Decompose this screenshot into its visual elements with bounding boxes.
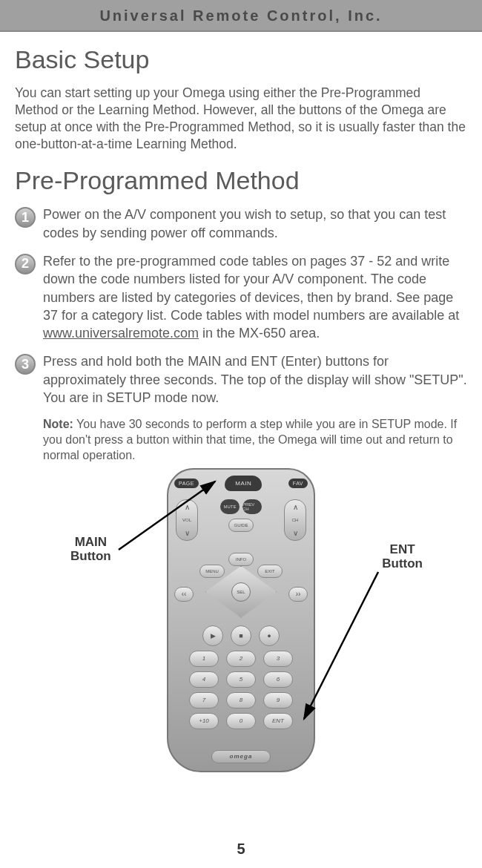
keypad-7: 7	[189, 692, 219, 708]
keypad-ent: ENT	[263, 713, 293, 729]
keypad-6: 6	[263, 671, 293, 688]
step-2-text-b: in the MX-650 area.	[199, 326, 320, 341]
step-number-badge: 1	[15, 207, 36, 228]
keypad-9: 9	[263, 692, 293, 708]
page-number: 5	[0, 841, 482, 858]
prevch-button: PREV CH	[242, 499, 262, 514]
keypad-4: 4	[189, 671, 219, 688]
step-1: 1 Power on the A/V component you wish to…	[15, 206, 467, 242]
svg-line-1	[304, 572, 378, 719]
step-number-badge: 3	[15, 354, 36, 375]
step-2-text: Refer to the pre-programmed code tables …	[43, 252, 467, 342]
transport-button: ▶	[202, 625, 223, 646]
step-number-badge: 2	[15, 254, 36, 274]
step-3-text: Press and hold both the MAIN and ENT (En…	[43, 352, 467, 407]
heading-basic-setup: Basic Setup	[15, 45, 467, 74]
step-2: 2 Refer to the pre-programmed code table…	[15, 252, 467, 342]
ch-rocker: ∧CH∨	[284, 499, 306, 541]
transport-button: ■	[231, 625, 251, 646]
company-header: Universal Remote Control, Inc.	[0, 0, 482, 32]
step-1-text: Power on the A/V component you wish to s…	[43, 206, 467, 242]
step-2-text-a: Refer to the pre-programmed code tables …	[43, 254, 459, 323]
heading-preprogrammed: Pre-Programmed Method	[15, 166, 467, 195]
keypad-8: 8	[226, 692, 256, 708]
keypad-0: 0	[226, 713, 256, 729]
svg-line-0	[119, 481, 215, 550]
setup-note: Note: You have 30 seconds to perform a s…	[43, 417, 467, 463]
note-text: You have 30 seconds to perform a step wh…	[43, 418, 457, 461]
url-link[interactable]: www.universalremote.com	[43, 326, 199, 341]
keypad-2: 2	[226, 651, 256, 667]
keypad-1: 1	[189, 651, 219, 667]
intro-paragraph: You can start setting up your Omega usin…	[15, 85, 467, 153]
note-label: Note:	[43, 418, 73, 430]
left-side-button: ‹‹	[174, 587, 194, 602]
arrow-main	[119, 476, 245, 557]
callout-main-button: MAINButton	[70, 535, 111, 564]
keypad-plus10: +10	[189, 713, 219, 729]
callout-ent-button: ENTButton	[382, 542, 423, 571]
step-3: 3 Press and hold both the MAIN and ENT (…	[15, 352, 467, 407]
remote-illustration-area: PAGE MAIN FAV ∧VOL∨ MUTE PREV CH GUIDE ∧…	[15, 468, 467, 780]
keypad-3: 3	[263, 651, 293, 667]
arrow-ent	[297, 572, 400, 728]
fav-button: FAV	[288, 479, 308, 488]
transport-button: ●	[259, 625, 280, 646]
keypad-5: 5	[226, 671, 256, 688]
brand-badge: omega	[211, 750, 271, 763]
